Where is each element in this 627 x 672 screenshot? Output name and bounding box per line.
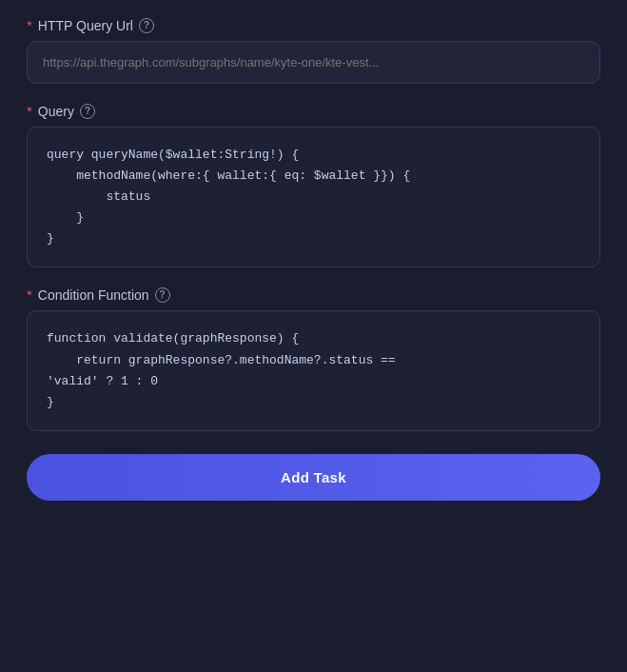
condition-function-label: * Condition Function ?: [27, 287, 600, 303]
query-help-icon[interactable]: ?: [80, 104, 95, 119]
condition-function-label-text: Condition Function: [38, 287, 149, 303]
query-label-text: Query: [38, 104, 74, 119]
http-query-url-input[interactable]: [27, 41, 600, 84]
http-query-url-label-text: HTTP Query Url: [38, 18, 133, 33]
query-label: * Query ?: [27, 103, 600, 119]
add-task-button[interactable]: Add Task: [27, 454, 600, 501]
condition-function-help-icon[interactable]: ?: [155, 287, 170, 303]
condition-function-code-box[interactable]: function validate(graphResponse) { retur…: [27, 310, 600, 430]
required-star-url: *: [27, 17, 32, 33]
main-container: * HTTP Query Url ? * Query ? query query…: [0, 0, 627, 672]
query-code-box[interactable]: query queryName($wallet:String!) { metho…: [27, 127, 600, 267]
condition-function-field: * Condition Function ? function validate…: [27, 287, 600, 430]
required-star-query: *: [27, 103, 32, 119]
required-star-condition: *: [27, 287, 32, 303]
http-query-url-help-icon[interactable]: ?: [139, 18, 154, 33]
http-query-url-field: * HTTP Query Url ?: [27, 17, 600, 84]
http-query-url-label: * HTTP Query Url ?: [27, 17, 600, 33]
query-field: * Query ? query queryName($wallet:String…: [27, 103, 600, 267]
